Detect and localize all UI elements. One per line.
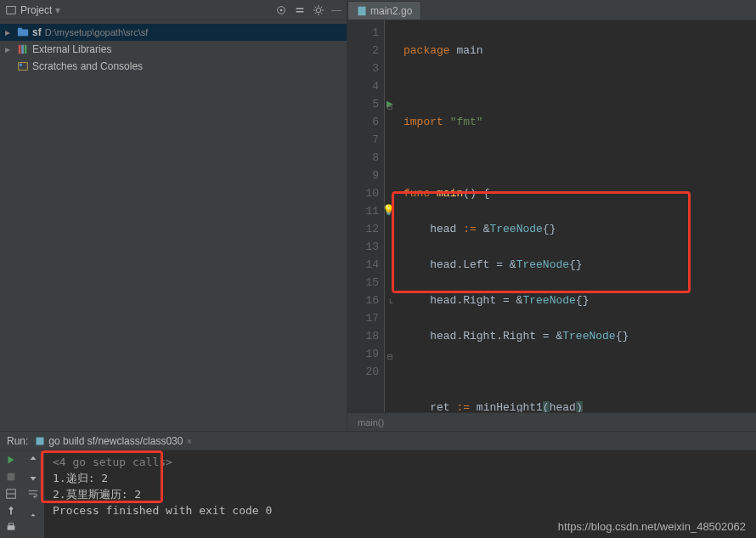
scratch-icon	[17, 60, 29, 72]
chevron-right-icon: ▸	[5, 43, 14, 55]
locate-icon[interactable]	[275, 4, 287, 16]
tree-label: Scratches and Consoles	[32, 60, 143, 72]
svg-rect-13	[8, 473, 15, 481]
breadcrumb-item: main()	[358, 417, 384, 428]
sidebar-title: Project	[20, 4, 52, 16]
svg-rect-16	[8, 525, 15, 530]
svg-rect-12	[37, 437, 44, 445]
run-toolbar-left	[0, 450, 22, 538]
run-label: Run:	[7, 435, 28, 447]
fold-icon[interactable]: └	[387, 295, 392, 313]
line-gutter: 1234567891011121314151617181920	[347, 20, 385, 412]
collapse-icon[interactable]	[294, 4, 306, 16]
svg-point-2	[280, 8, 283, 11]
tree-item-external[interactable]: ▸ External Libraries	[0, 41, 347, 58]
tab-filename: main2.go	[370, 5, 412, 17]
sidebar-header: Project ▾ —	[0, 0, 347, 20]
breadcrumb[interactable]: main()	[347, 412, 756, 431]
svg-rect-4	[18, 30, 28, 37]
wrap-icon[interactable]	[27, 488, 39, 500]
run-config-name: go build sf/newclass/class030	[48, 435, 183, 447]
editor-body[interactable]: 1234567891011121314151617181920 ▶ ⊟ 💡 └ …	[347, 20, 756, 412]
run-config-tab[interactable]: go build sf/newclass/class030 ×	[35, 435, 192, 447]
fold-icon[interactable]: ⊟	[387, 99, 392, 116]
go-icon	[35, 436, 45, 446]
editor: main2.go 1234567891011121314151617181920…	[347, 0, 756, 431]
svg-rect-8	[25, 45, 27, 54]
library-icon	[17, 43, 29, 55]
rerun-icon[interactable]	[5, 454, 17, 466]
gear-icon[interactable]	[313, 4, 324, 16]
svg-rect-11	[358, 6, 366, 15]
layout-icon[interactable]	[5, 488, 17, 500]
fold-column: ▶ ⊟ 💡 └ ⊟	[385, 20, 397, 412]
watermark: https://blog.csdn.net/weixin_48502062	[558, 520, 746, 533]
tree-item-sf[interactable]: ▸ sf D:\mysetup\gopath\src\sf	[0, 24, 347, 41]
tree-label: External Libraries	[32, 43, 111, 55]
project-icon	[5, 4, 17, 16]
run-header: Run: go build sf/newclass/class030 ×	[0, 432, 756, 450]
svg-rect-5	[18, 28, 22, 31]
close-icon[interactable]: ×	[186, 436, 191, 446]
code-area[interactable]: package main import "fmt" func main() { …	[397, 20, 756, 412]
folder-icon	[17, 26, 29, 38]
scroll-icon[interactable]	[27, 505, 39, 517]
svg-rect-7	[21, 45, 24, 54]
project-sidebar: Project ▾ — ▸ sf D:\mysetup\gopath\src\s…	[0, 0, 347, 431]
chevron-right-icon: ▸	[5, 26, 14, 38]
hide-icon[interactable]: —	[331, 4, 341, 16]
svg-rect-0	[7, 6, 16, 14]
project-dropdown[interactable]: Project ▾	[5, 4, 60, 16]
tab-main2[interactable]: main2.go	[347, 1, 421, 20]
tree-item-scratches[interactable]: Scratches and Consoles	[0, 58, 347, 75]
svg-point-3	[316, 8, 320, 12]
tree-path: D:\mysetup\gopath\src\sf	[45, 27, 149, 37]
project-tree: ▸ sf D:\mysetup\gopath\src\sf ▸ External…	[0, 20, 347, 78]
highlight-box-code	[392, 191, 691, 293]
tree-label: sf	[32, 26, 42, 38]
svg-rect-6	[19, 45, 21, 54]
run-toolbar-mid	[22, 450, 44, 538]
down-icon[interactable]	[27, 471, 39, 483]
svg-rect-17	[8, 524, 13, 526]
go-file-icon	[357, 6, 367, 16]
stop-icon[interactable]	[5, 471, 17, 483]
tab-bar: main2.go	[347, 0, 756, 20]
up-icon[interactable]	[27, 454, 39, 466]
bulb-icon[interactable]: 💡	[382, 202, 395, 220]
printer-icon[interactable]	[5, 522, 17, 534]
pin-icon[interactable]	[5, 505, 17, 517]
svg-point-10	[20, 64, 23, 67]
chevron-down-icon: ▾	[55, 4, 60, 16]
fold-icon[interactable]: ⊟	[387, 348, 392, 366]
